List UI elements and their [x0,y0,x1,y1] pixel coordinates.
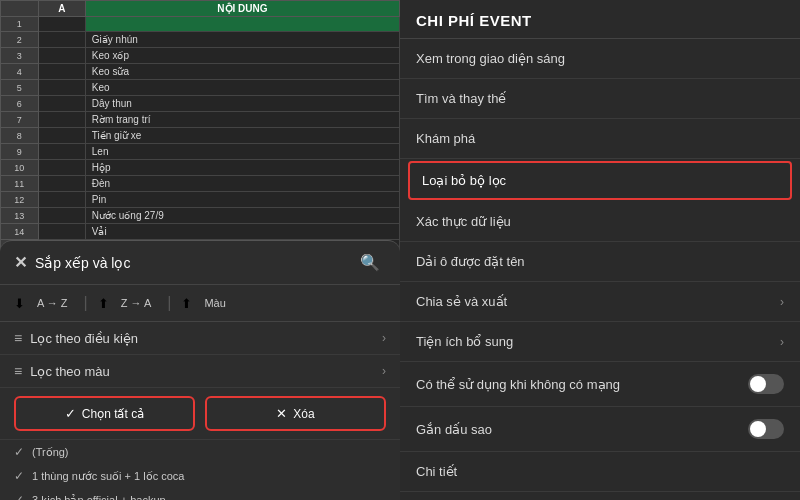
menu-list: Xem trong giao diện sángTìm và thay thếK… [400,39,800,500]
row-number: 14 [1,224,39,240]
menu-item-label: Xác thực dữ liệu [416,214,511,229]
select-all-label: Chọn tất cả [82,407,144,421]
list-item[interactable]: ✓(Trống) [0,440,400,464]
table-row: 14Vải [1,224,400,240]
filter-condition-row[interactable]: ≡ Lọc theo điều kiện › [0,322,400,355]
checkbox-label: 3 kịch bản official + backup [32,494,166,501]
menu-item[interactable]: Tìm và thay thế [400,79,800,119]
sort-za-button[interactable]: Z → A [115,293,158,313]
table-row: 12Pin [1,192,400,208]
menu-item[interactable]: Chi tiết [400,452,800,492]
filter-condition-label: Lọc theo điều kiện [30,331,138,346]
cell-a [38,144,85,160]
cell-a [38,128,85,144]
menu-item-label: Khám phá [416,131,475,146]
table-row: 8Tiền giữ xe [1,128,400,144]
table-row: 11Đèn [1,176,400,192]
row-number: 7 [1,112,39,128]
menu-item-chevron: › [780,295,784,309]
toggle-switch[interactable] [748,419,784,439]
cell-a [38,32,85,48]
menu-item-label: Chi tiết [416,464,457,479]
cell-a [38,208,85,224]
cell-noi-dung: Dây thun [85,96,399,112]
menu-item[interactable]: Khám phá [400,119,800,159]
menu-item-label: Tìm và thay thế [416,91,506,106]
left-panel: A NỘI DUNG 12Giấy nhún3Keo xốp4Keo sữa5K… [0,0,400,500]
cell-a [38,64,85,80]
panel-title: Sắp xếp và lọc [35,255,130,271]
cell-a [38,160,85,176]
sheet-table: A NỘI DUNG 12Giấy nhún3Keo xốp4Keo sữa5K… [0,0,400,272]
table-row: 13Nước uống 27/9 [1,208,400,224]
menu-item-label: Có thể sử dụng khi không có mạng [416,377,620,392]
sort-divider-2: | [167,294,171,312]
row-number: 1 [1,17,39,32]
row-number: 10 [1,160,39,176]
toggle-switch[interactable] [748,374,784,394]
cell-noi-dung: Hộp [85,160,399,176]
cell-noi-dung: Nước uống 27/9 [85,208,399,224]
list-item[interactable]: ✓1 thùng nước suối + 1 lốc coca [0,464,400,488]
clear-label: Xóa [293,407,314,421]
sort-color-icon: ⬆ [181,296,192,311]
cell-a [38,48,85,64]
checkbox-label: 1 thùng nước suối + 1 lốc coca [32,470,184,483]
cell-noi-dung: Len [85,144,399,160]
cell-a [38,17,85,32]
table-row: 5Keo [1,80,400,96]
search-button[interactable]: 🔍 [354,251,386,274]
close-button[interactable]: ✕ [14,253,27,272]
filter-color-row[interactable]: ≡ Lọc theo màu › [0,355,400,388]
menu-item[interactable]: Trợ giúp và phản hồi [400,492,800,500]
sort-az-button[interactable]: A → Z [31,293,74,313]
menu-item[interactable]: Loại bỏ bộ lọc [408,161,792,200]
action-buttons: ✓ Chọn tất cả ✕ Xóa [0,388,400,440]
row-number: 11 [1,176,39,192]
filter-condition-left: ≡ Lọc theo điều kiện [14,330,138,346]
table-row: 9Len [1,144,400,160]
filter-condition-chevron: › [382,331,386,345]
col-header-a: A [38,1,85,17]
checkbox-icon: ✓ [14,469,24,483]
clear-icon: ✕ [276,406,287,421]
cell-a [38,96,85,112]
table-row: 1 [1,17,400,32]
filter-color-chevron: › [382,364,386,378]
table-row: 6Dây thun [1,96,400,112]
table-row: 10Hộp [1,160,400,176]
menu-item-label: Tiện ích bổ sung [416,334,513,349]
filter-color-label: Lọc theo màu [30,364,110,379]
sort-divider-1: | [84,294,88,312]
cell-noi-dung: Rờm trang trí [85,112,399,128]
menu-item[interactable]: Xác thực dữ liệu [400,202,800,242]
row-number: 4 [1,64,39,80]
checkbox-icon: ✓ [14,445,24,459]
filter-color-icon: ≡ [14,363,22,379]
filter-color-left: ≡ Lọc theo màu [14,363,110,379]
list-item[interactable]: ✓3 kịch bản official + backup [0,488,400,500]
menu-item[interactable]: Xem trong giao diện sáng [400,39,800,79]
row-number: 5 [1,80,39,96]
menu-item[interactable]: Chia sẻ và xuất› [400,282,800,322]
col-header-num [1,1,39,17]
filter-condition-icon: ≡ [14,330,22,346]
menu-item-label: Xem trong giao diện sáng [416,51,565,66]
cell-a [38,192,85,208]
menu-item-chevron: › [780,335,784,349]
menu-item[interactable]: Tiện ích bổ sung› [400,322,800,362]
menu-item[interactable]: Dải ô được đặt tên [400,242,800,282]
menu-item[interactable]: Có thể sử dụng khi không có mạng [400,362,800,407]
cell-noi-dung [85,17,399,32]
sort-color-button[interactable]: Màu [198,293,231,313]
row-number: 8 [1,128,39,144]
cell-a [38,224,85,240]
clear-button[interactable]: ✕ Xóa [205,396,386,431]
cell-noi-dung: Keo xốp [85,48,399,64]
menu-item[interactable]: Gắn dấu sao [400,407,800,452]
cell-noi-dung: Giấy nhún [85,32,399,48]
cell-noi-dung: Keo sữa [85,64,399,80]
select-all-button[interactable]: ✓ Chọn tất cả [14,396,195,431]
table-row: 2Giấy nhún [1,32,400,48]
right-header: CHI PHÍ EVENT [400,0,800,39]
